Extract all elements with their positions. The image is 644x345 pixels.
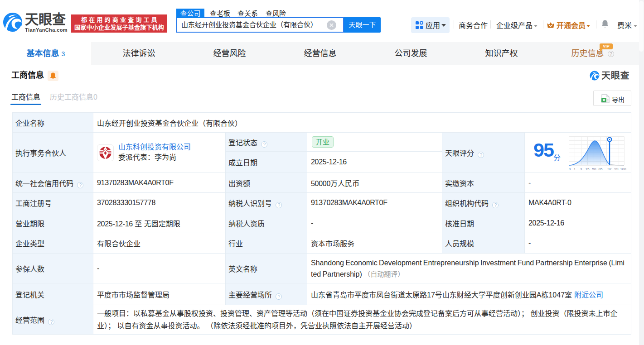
svg-text:0: 0 bbox=[569, 167, 571, 171]
svg-text:100: 100 bbox=[620, 167, 626, 171]
svg-text:85: 85 bbox=[599, 167, 603, 171]
svg-text:3: 3 bbox=[580, 167, 582, 171]
svg-text:97: 97 bbox=[608, 167, 612, 171]
svg-text:1: 1 bbox=[574, 167, 576, 171]
svg-text:50: 50 bbox=[592, 167, 596, 171]
svg-text:15: 15 bbox=[586, 167, 590, 171]
svg-text:99: 99 bbox=[615, 167, 619, 171]
